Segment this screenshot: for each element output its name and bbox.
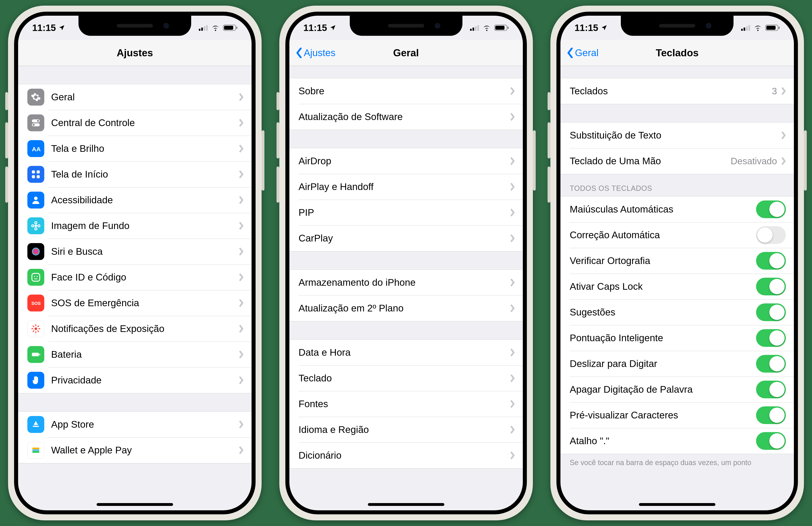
svg-point-16 — [34, 197, 38, 200]
general-row[interactable]: Data e Hora — [289, 340, 523, 365]
svg-rect-43 — [473, 28, 474, 31]
svg-rect-1 — [201, 28, 203, 31]
svg-point-20 — [32, 225, 34, 227]
settings-row[interactable]: Siri e Busca — [18, 239, 251, 265]
general-row[interactable]: Dicionário — [289, 442, 523, 468]
general-row[interactable]: CarPlay — [289, 225, 523, 251]
svg-rect-50 — [743, 28, 745, 31]
general-row[interactable]: Armazenamento do iPhone — [289, 270, 523, 295]
general-row[interactable]: Sobre — [289, 78, 523, 104]
settings-row[interactable]: SOS SOS de Emergência — [18, 290, 251, 316]
toggle-switch[interactable] — [756, 252, 786, 270]
back-label: Geral — [575, 47, 598, 58]
row-label: Verificar Ortografia — [570, 249, 756, 273]
general-row[interactable]: Atualização de Software — [289, 104, 523, 130]
keyboard-setting-row[interactable]: Teclado de Uma Mão Desativado — [561, 148, 794, 174]
settings-row[interactable]: Notificações de Exposição — [18, 316, 251, 342]
keyboard-list[interactable]: Teclados 3 Substituição de Texto Teclado… — [561, 66, 794, 510]
location-icon — [601, 24, 608, 31]
status-time: 11:15 — [303, 22, 327, 33]
home-indicator[interactable] — [368, 503, 444, 506]
general-row[interactable]: PIP — [289, 200, 523, 225]
settings-row[interactable]: App Store — [18, 411, 251, 437]
row-detail: Desativado — [731, 156, 777, 166]
general-row[interactable]: Teclado — [289, 365, 523, 391]
settings-row[interactable]: Tela de Início — [18, 162, 251, 187]
general-row[interactable]: AirDrop — [289, 148, 523, 174]
settings-row[interactable]: Imagem de Fundo — [18, 213, 251, 239]
switch-row: Sugestões — [561, 299, 794, 325]
back-label: Ajustes — [304, 47, 335, 58]
general-row[interactable]: Fontes — [289, 391, 523, 417]
svg-rect-14 — [32, 175, 35, 178]
chevron-right-icon — [510, 157, 515, 165]
wifi-icon — [482, 24, 491, 31]
svg-point-8 — [37, 120, 39, 122]
toggle-switch[interactable] — [756, 303, 786, 321]
grid-icon — [27, 166, 44, 183]
chevron-right-icon — [510, 304, 515, 312]
toggle-switch[interactable] — [756, 329, 786, 347]
chevron-right-icon — [510, 348, 515, 357]
svg-rect-48 — [495, 26, 505, 30]
general-row[interactable]: Idioma e Região — [289, 417, 523, 442]
flower-icon — [27, 217, 44, 234]
row-label: Teclado de Uma Mão — [570, 149, 731, 173]
toggle-switch[interactable] — [756, 406, 786, 424]
battery-icon — [494, 24, 509, 31]
settings-row[interactable]: Privacidade — [18, 367, 251, 393]
wallet-icon — [27, 442, 44, 459]
settings-row[interactable]: Face ID e Código — [18, 265, 251, 290]
svg-rect-37 — [39, 354, 40, 356]
settings-row[interactable]: Geral — [18, 84, 251, 110]
svg-rect-5 — [236, 27, 237, 29]
chevron-right-icon — [239, 273, 244, 281]
settings-row[interactable]: Acessibilidade — [18, 187, 251, 213]
toggle-switch[interactable] — [756, 278, 786, 295]
general-list[interactable]: Sobre Atualização de Software AirDrop Ai… — [289, 66, 523, 510]
svg-point-21 — [38, 225, 40, 227]
chevron-right-icon — [510, 279, 515, 287]
svg-point-19 — [35, 228, 37, 230]
wifi-icon — [753, 24, 763, 31]
burst-icon — [27, 320, 44, 337]
svg-rect-40 — [32, 449, 40, 451]
nav-bar: Ajustes Geral — [289, 40, 523, 66]
toggle-switch[interactable] — [756, 355, 786, 373]
settings-row[interactable]: Bateria — [18, 342, 251, 367]
settings-row[interactable]: Central de Controle — [18, 110, 251, 136]
keyboard-setting-row[interactable]: Substituição de Texto — [561, 122, 794, 148]
switch-row: Correção Automática — [561, 222, 794, 248]
chevron-right-icon — [239, 93, 244, 101]
back-button[interactable]: Ajustes — [295, 40, 335, 66]
general-row[interactable]: AirPlay e Handoff — [289, 174, 523, 200]
back-button[interactable]: Geral — [566, 40, 598, 66]
row-label: Fontes — [299, 392, 510, 416]
chevron-right-icon — [239, 420, 244, 429]
svg-rect-6 — [224, 26, 233, 30]
settings-row[interactable]: Wallet e Apple Pay — [18, 437, 251, 463]
row-label: Armazenamento do iPhone — [299, 271, 510, 295]
row-label: CarPlay — [299, 226, 510, 250]
toggle-switch[interactable] — [756, 432, 786, 450]
toggle-switch[interactable] — [756, 200, 786, 218]
keyboards-row[interactable]: Teclados 3 — [561, 78, 794, 104]
chevron-right-icon — [239, 170, 244, 178]
settings-list[interactable]: Geral Central de Controle AA Tela e Bril… — [18, 66, 251, 510]
row-label: Atalho "." — [570, 429, 756, 453]
svg-text:AA: AA — [32, 146, 41, 152]
svg-rect-12 — [32, 170, 35, 174]
toggle-switch[interactable] — [756, 226, 786, 244]
toggle-switch[interactable] — [756, 381, 786, 398]
svg-line-34 — [33, 331, 34, 332]
svg-rect-38 — [33, 426, 39, 427]
general-row[interactable]: Atualização em 2º Plano — [289, 295, 523, 321]
battery-icon — [27, 346, 44, 363]
svg-rect-47 — [508, 27, 509, 29]
row-label: Data e Hora — [299, 341, 510, 364]
row-label: Imagem de Fundo — [51, 214, 239, 238]
settings-row[interactable]: AA Tela e Brilho — [18, 136, 251, 162]
home-indicator[interactable] — [639, 503, 715, 506]
svg-rect-0 — [199, 29, 200, 31]
home-indicator[interactable] — [97, 503, 173, 506]
